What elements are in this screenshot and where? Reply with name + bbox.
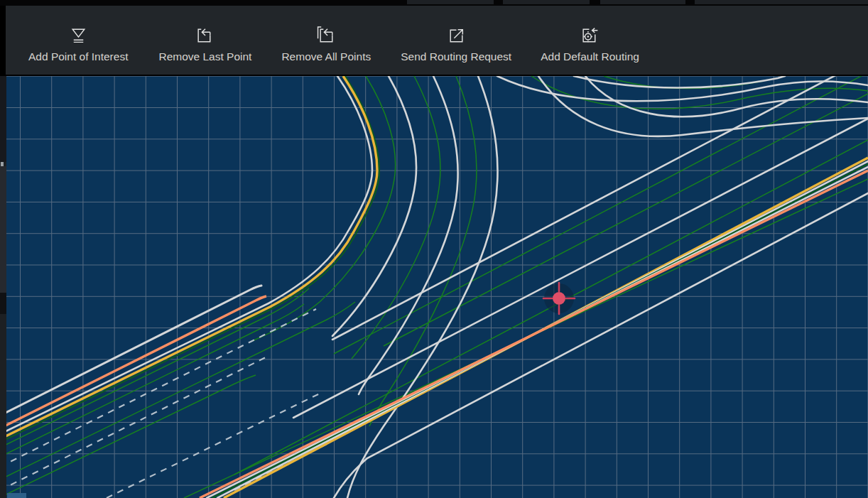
splitter-handle-tick[interactable] (1, 162, 4, 166)
splitter-segment (0, 293, 6, 314)
remove-all-points-button[interactable]: Remove All Points (277, 6, 375, 64)
window-tab-fragment[interactable] (407, 0, 494, 4)
toolbar-button-label: Add Default Routing (541, 50, 639, 63)
send-routing-request-button[interactable]: Send Routing Request (396, 6, 516, 64)
toolbar-button-label: Remove All Points (281, 50, 371, 63)
bottom-left-chip (7, 493, 26, 498)
window-top-strip (0, 0, 868, 6)
remove-last-point-icon (195, 26, 215, 45)
routing-tool-window: Add Point of Interest Remove Last Point … (0, 0, 868, 498)
send-routing-request-icon (447, 26, 466, 45)
left-splitter-strip[interactable] (0, 76, 6, 498)
splitter-segment (0, 76, 6, 162)
add-poi-icon (69, 26, 88, 45)
toolbar-button-label: Remove Last Point (158, 50, 251, 63)
window-tab-fragment[interactable] (503, 0, 590, 4)
add-default-routing-icon (580, 26, 600, 45)
toolbar-button-label: Send Routing Request (401, 50, 511, 63)
toolbar-button-label: Add Point of Interest (28, 50, 128, 63)
add-point-of-interest-button[interactable]: Add Point of Interest (24, 6, 132, 64)
remove-last-point-button[interactable]: Remove Last Point (154, 6, 256, 64)
routing-toolbar: Add Point of Interest Remove Last Point … (6, 6, 868, 75)
window-tab-fragment[interactable] (695, 0, 868, 4)
splitter-segment (0, 314, 6, 498)
window-tab-fragment[interactable] (600, 0, 685, 4)
add-default-routing-button[interactable]: Add Default Routing (536, 6, 644, 64)
map-svg (0, 76, 868, 498)
remove-all-points-icon (317, 26, 336, 45)
splitter-segment (0, 166, 6, 293)
map-canvas[interactable] (0, 76, 868, 498)
